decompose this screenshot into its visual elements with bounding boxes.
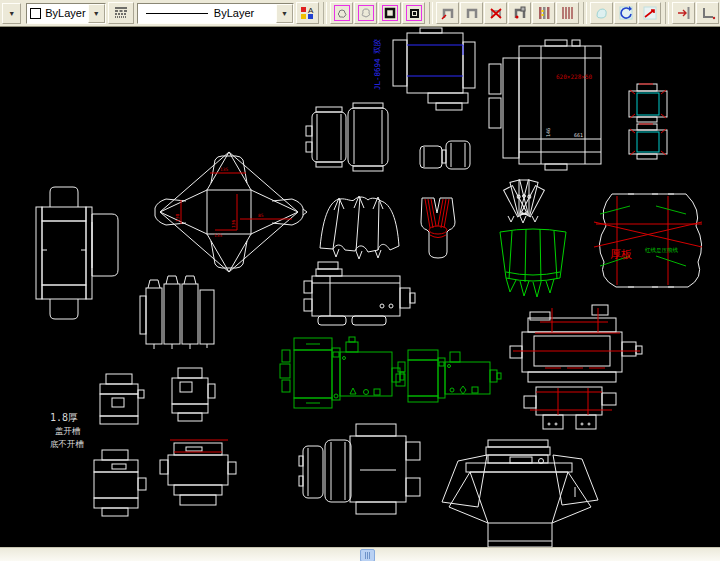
combo-fragment-dropdown[interactable]: ▼	[2, 3, 21, 24]
toolbar-separator	[583, 2, 587, 24]
solid-rect-button-2[interactable]	[402, 2, 425, 24]
dieline-bottom-cross[interactable]	[299, 424, 420, 514]
red-x-icon	[488, 5, 504, 21]
svg-text:A: A	[308, 6, 314, 15]
note-lid[interactable]: 盖开槽	[55, 426, 81, 436]
dieline-small-box-a[interactable]	[100, 374, 144, 424]
revcloud-button-1[interactable]	[330, 2, 353, 24]
dieline-diamond[interactable]: 135 130 136 135 85	[155, 152, 307, 272]
board-note-label[interactable]: 厚板	[610, 248, 632, 261]
dieline-small-box-b[interactable]	[172, 368, 215, 421]
dieline-mid-flap-box[interactable]	[304, 262, 415, 325]
color-combo-dropdown[interactable]: ▼	[88, 4, 105, 23]
ucs-button[interactable]	[696, 2, 719, 24]
color-a-icon: A	[300, 5, 316, 21]
box-spec-label[interactable]: 620×228×50	[556, 73, 593, 80]
diamond-dim-center-h[interactable]: 135	[214, 233, 222, 238]
dieline-left-tall-box[interactable]	[36, 187, 118, 319]
dieline-rounded-pair-small[interactable]	[420, 141, 470, 169]
part-number-label[interactable]: JL-8694 双胶	[373, 38, 382, 90]
object-properties-toolbar: ▼ ByLayer ▼ ByLayer ▼ A	[0, 0, 720, 27]
dieline-rounded-pair[interactable]	[306, 103, 388, 171]
linetype-stack-icon	[113, 5, 129, 21]
note-thickness[interactable]: 1.8厚	[50, 412, 78, 423]
diamond-dim-right[interactable]: 85	[258, 213, 264, 218]
pale-shape-icon	[594, 5, 610, 21]
dieline-green-basket[interactable]	[500, 229, 566, 297]
match-properties-button[interactable]	[508, 2, 531, 24]
polyline-red-node-icon	[440, 5, 456, 21]
corner-axis-icon	[700, 5, 716, 21]
rotate-button[interactable]	[614, 2, 637, 24]
dieline-small-box-d[interactable]	[160, 440, 236, 505]
polyline-edit-button-1[interactable]	[436, 2, 459, 24]
extend-button[interactable]	[672, 2, 695, 24]
arrow-to-wall-icon	[676, 5, 692, 21]
linetype-sample-icon	[146, 13, 208, 14]
dim-width-label[interactable]: 661	[574, 132, 583, 138]
dim-height-label[interactable]: 146	[545, 128, 551, 137]
drawing-canvas[interactable]: JL-8694 双胶 620×228×50 146 661	[0, 27, 720, 547]
dieline-redwhite-lower[interactable]	[524, 387, 616, 429]
dieline-small-pair-topright[interactable]	[629, 84, 667, 159]
toolbar-separator	[323, 2, 327, 24]
toolbar-separator	[429, 2, 433, 24]
dieline-quad-strips[interactable]	[140, 276, 214, 349]
linetype-combo-value: ByLayer	[214, 7, 254, 19]
red-check-icon	[642, 5, 658, 21]
hatch-button-sparse[interactable]	[532, 2, 555, 24]
hatch-button-dense[interactable]	[556, 2, 579, 24]
linetype-manager-button[interactable]	[108, 2, 134, 24]
color-combo-value: ByLayer	[45, 7, 85, 19]
properties-painter-button[interactable]: A	[296, 2, 319, 24]
note-bottom[interactable]: 底不开槽	[50, 439, 85, 449]
linetype-combo[interactable]: ByLayer ▼	[137, 3, 294, 24]
dieline-red-funnel[interactable]	[421, 198, 455, 258]
hatch-dense-icon	[560, 5, 576, 21]
dieline-green-small[interactable]	[396, 350, 501, 402]
polyline-node-icon	[512, 5, 528, 21]
color-combo[interactable]: ByLayer ▼	[26, 3, 106, 24]
redline-button[interactable]	[638, 2, 661, 24]
erase-button[interactable]	[484, 2, 507, 24]
toolbar-separator	[665, 2, 669, 24]
dieline-small-box-c[interactable]	[94, 450, 146, 516]
revcloud-button-2[interactable]	[354, 2, 377, 24]
hatch-stripes-icon	[536, 5, 552, 21]
polyline-icon	[464, 5, 480, 21]
polyline-edit-button-2[interactable]	[460, 2, 483, 24]
rotate-arrow-icon	[618, 5, 634, 21]
dieline-crown[interactable]	[320, 196, 399, 259]
dieline-green-large[interactable]	[280, 337, 404, 408]
filled-rect-icon	[382, 5, 398, 21]
cloud-icon	[358, 5, 374, 21]
solid-rect-button-1[interactable]	[378, 2, 401, 24]
color-swatch-icon	[30, 8, 41, 19]
dieline-redwhite-upper[interactable]	[510, 305, 642, 382]
diamond-dim-center-v[interactable]: 136	[231, 220, 236, 228]
line-note-label[interactable]: 红线是压痕线	[645, 247, 679, 254]
linetype-combo-dropdown[interactable]: ▼	[276, 4, 293, 23]
dieline-top-blue-box[interactable]: JL-8694 双胶	[373, 28, 475, 110]
region-button[interactable]	[590, 2, 613, 24]
diamond-dim-top[interactable]: 135	[220, 167, 228, 172]
canvas-note-block[interactable]: 1.8厚 盖开槽 底不开槽	[50, 412, 85, 449]
dieline-winged-tray[interactable]	[442, 440, 598, 547]
diamond-dim-left[interactable]: 130	[175, 214, 180, 222]
dieline-xboard[interactable]: 厚板 红线是压痕线	[594, 194, 702, 287]
cloud-icon	[334, 5, 350, 21]
scrollbar-grip-icon[interactable]	[360, 549, 375, 561]
dieline-fan-cluster[interactable]	[504, 180, 545, 223]
filled-rect-icon	[406, 5, 422, 21]
dieline-large-spec-box[interactable]: 620×228×50 146 661	[489, 40, 601, 170]
status-bar	[0, 547, 720, 561]
